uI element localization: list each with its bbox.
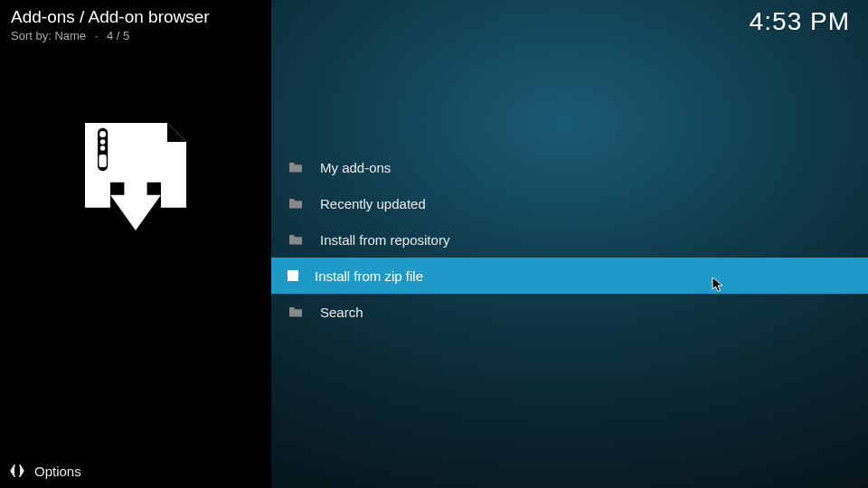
- list-item-label: Recently updated: [320, 196, 426, 211]
- breadcrumb: Add-ons / Add-on browser: [0, 0, 271, 27]
- sort-row: Sort by: Name · 4 / 5: [0, 27, 271, 44]
- list-item-search[interactable]: Search: [271, 294, 868, 330]
- folder-icon: [288, 197, 304, 210]
- addon-list: My add-ons Recently updated Install from…: [271, 149, 868, 330]
- folder-icon: [288, 233, 304, 246]
- list-item-label: Install from repository: [320, 232, 449, 248]
- svg-point-2: [100, 139, 106, 145]
- sidebar: Add-ons / Add-on browser Sort by: Name ·…: [0, 0, 271, 488]
- folder-icon: [288, 161, 304, 174]
- svg-rect-4: [99, 155, 106, 167]
- list-item-label: My add-ons: [320, 160, 391, 175]
- options-icon: [9, 463, 25, 479]
- zip-install-icon: [0, 117, 271, 243]
- main: 4:53 PM My add-ons Recently updated Inst…: [271, 0, 868, 488]
- list-position: 4 / 5: [107, 29, 129, 42]
- list-item-label: Install from zip file: [315, 268, 423, 284]
- cursor-icon: [712, 277, 724, 293]
- folder-icon: [288, 305, 304, 318]
- list-item-label: Search: [320, 305, 363, 320]
- options-label: Options: [34, 464, 81, 479]
- list-item-install-zip[interactable]: Install from zip file: [271, 258, 868, 294]
- clock: 4:53 PM: [750, 7, 850, 36]
- sort-value: Name: [54, 29, 86, 42]
- dot-separator: ·: [95, 29, 99, 42]
- sort-label: Sort by:: [11, 29, 52, 42]
- svg-point-3: [100, 145, 106, 151]
- list-item-install-repository[interactable]: Install from repository: [271, 221, 868, 258]
- zip-icon: [288, 270, 298, 281]
- list-item-my-addons[interactable]: My add-ons: [271, 149, 868, 185]
- list-item-recently-updated[interactable]: Recently updated: [271, 185, 868, 221]
- svg-point-1: [99, 131, 106, 137]
- options-button[interactable]: Options: [9, 463, 81, 479]
